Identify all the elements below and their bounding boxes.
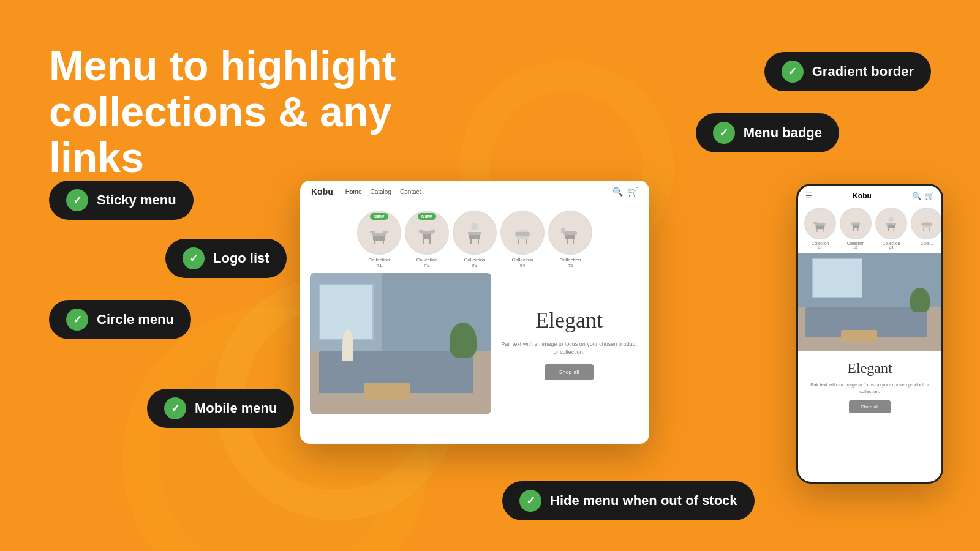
collection-label-1: Collection#1	[368, 257, 390, 268]
mobile-label-2: Collection#2	[847, 241, 865, 250]
svg-rect-32	[851, 223, 860, 225]
svg-rect-5	[383, 231, 388, 233]
mockup-nav-icons: 🔍 🛒	[612, 187, 638, 197]
mobile-collections: Collection#1 Collection#2	[798, 204, 941, 253]
svg-rect-13	[468, 232, 481, 235]
collection-item-4[interactable]: Collection#4	[500, 211, 545, 268]
mockup-hero: Elegant Pair text with an image to focus…	[310, 273, 639, 414]
collection-circle-3	[453, 211, 497, 255]
mobile-collection-1[interactable]: Collection#1	[804, 208, 836, 250]
check-icon: ✓	[782, 61, 804, 83]
mobile-circle-2	[840, 208, 872, 239]
mobile-mockup: ☰ Kobu 🔍 🛒 Collection#1	[796, 184, 943, 484]
main-heading: Menu to highlight collections & any link…	[49, 43, 404, 180]
check-icon-4: ✓	[183, 247, 205, 269]
svg-rect-41	[921, 223, 932, 225]
collection-item-3[interactable]: Collection#3	[453, 211, 497, 268]
badge-menu-badge: ✓ Menu badge	[696, 113, 839, 152]
mobile-circle-1	[804, 208, 836, 239]
mobile-search-icon[interactable]: 🔍	[912, 192, 921, 200]
svg-rect-30	[813, 222, 817, 224]
mobile-circle-3	[875, 208, 907, 239]
nav-link-catalog[interactable]: Catalog	[370, 189, 391, 195]
badge-sticky-label: Sticky menu	[97, 192, 176, 208]
collection-item-5[interactable]: Collection#5	[548, 211, 592, 268]
hero-subtext: Pair text with an image to focus on your…	[499, 340, 639, 357]
mockup-nav: Kobu Home Catalog Contact 🔍 🛒	[300, 181, 649, 203]
new-badge-1: NEW	[370, 213, 388, 220]
check-icon-3: ✓	[66, 189, 88, 211]
hamburger-icon[interactable]: ☰	[805, 192, 812, 200]
mobile-hero-subtext: Pair text with an image to focus on your…	[808, 381, 932, 395]
svg-rect-4	[370, 231, 375, 233]
collection-label-3: Collection#3	[464, 257, 485, 268]
shop-all-button[interactable]: Shop all	[545, 364, 594, 380]
mobile-collection-4[interactable]: Colle...	[911, 208, 941, 250]
badge-mobile-label: Mobile menu	[195, 400, 277, 416]
check-icon-7: ✓	[519, 490, 541, 512]
badge-menu-badge-label: Menu badge	[744, 125, 822, 141]
svg-rect-25	[561, 228, 565, 233]
mobile-logo: Kobu	[812, 192, 912, 200]
collection-label-2: Collection#2	[416, 257, 437, 268]
svg-point-16	[471, 223, 478, 230]
mobile-label-3: Collection#3	[883, 241, 900, 250]
badge-gradient-border: ✓ Gradient border	[764, 52, 931, 91]
svg-rect-36	[886, 223, 896, 225]
badge-gradient-label: Gradient border	[812, 64, 914, 80]
mobile-shop-button[interactable]: Shop all	[849, 400, 891, 413]
collection-circle-5	[548, 211, 592, 255]
hero-heading: Elegant	[535, 307, 603, 333]
cart-icon[interactable]: 🛒	[628, 187, 638, 197]
svg-rect-11	[431, 230, 435, 233]
mobile-nav-icons: 🔍 🛒	[912, 192, 934, 200]
mobile-hero-text: Elegant Pair text with an image to focus…	[798, 351, 941, 419]
mockup-nav-links: Home Catalog Contact	[345, 189, 421, 195]
heading-line2: collections & any links	[49, 89, 404, 181]
check-icon-5: ✓	[66, 309, 88, 331]
nav-link-home[interactable]: Home	[345, 189, 362, 195]
mobile-label-4: Colle...	[921, 241, 933, 246]
collection-item-1[interactable]: NEW Collection#1	[357, 211, 401, 268]
collection-circle-4	[500, 211, 545, 255]
mobile-cart-icon[interactable]: 🛒	[925, 192, 934, 200]
mockup-hero-image	[310, 273, 491, 414]
room-lamp	[342, 329, 353, 361]
mobile-room-table	[841, 330, 877, 342]
svg-rect-18	[515, 232, 530, 236]
room-background	[310, 273, 491, 414]
mobile-nav: ☰ Kobu 🔍 🛒	[798, 186, 941, 204]
nav-link-contact[interactable]: Contact	[400, 189, 421, 195]
room-plant	[450, 323, 477, 358]
mobile-collection-3[interactable]: Collection#3	[875, 208, 907, 250]
mobile-collection-2[interactable]: Collection#2	[840, 208, 872, 250]
collection-item-2[interactable]: NEW Collection#2	[405, 211, 449, 268]
new-badge-2: NEW	[418, 213, 436, 220]
mobile-room-window	[812, 258, 862, 298]
collection-label-4: Collection#4	[511, 257, 533, 268]
mobile-hero-image	[798, 253, 941, 351]
search-icon[interactable]: 🔍	[612, 187, 623, 197]
svg-point-39	[889, 216, 894, 222]
mockup-hero-text: Elegant Pair text with an image to focus…	[499, 273, 639, 414]
badge-sticky-menu: ✓ Sticky menu	[49, 181, 194, 220]
svg-rect-12	[469, 234, 480, 239]
badge-logo-list: ✓ Logo list	[165, 239, 287, 278]
mobile-hero-heading: Elegant	[847, 360, 892, 377]
badge-circle-label: Circle menu	[97, 312, 174, 328]
svg-rect-10	[419, 230, 423, 233]
mockup-collections: NEW Collection#1 NEW Collection#2	[300, 203, 649, 273]
badge-hide-menu: ✓ Hide menu when out of stock	[502, 481, 755, 520]
heading-line1: Menu to highlight	[49, 43, 404, 89]
badge-hide-label: Hide menu when out of stock	[550, 493, 737, 509]
svg-rect-35	[888, 225, 895, 228]
room-table	[364, 383, 410, 400]
check-icon-2: ✓	[713, 122, 735, 144]
check-icon-6: ✓	[164, 397, 186, 419]
mockup-logo: Kobu	[311, 187, 333, 197]
collection-label-5: Collection#5	[559, 257, 581, 268]
desktop-mockup: Kobu Home Catalog Contact 🔍 🛒	[300, 181, 649, 444]
mobile-room-plant	[910, 288, 930, 312]
badge-mobile-menu: ✓ Mobile menu	[147, 389, 294, 428]
svg-rect-22	[564, 231, 577, 235]
